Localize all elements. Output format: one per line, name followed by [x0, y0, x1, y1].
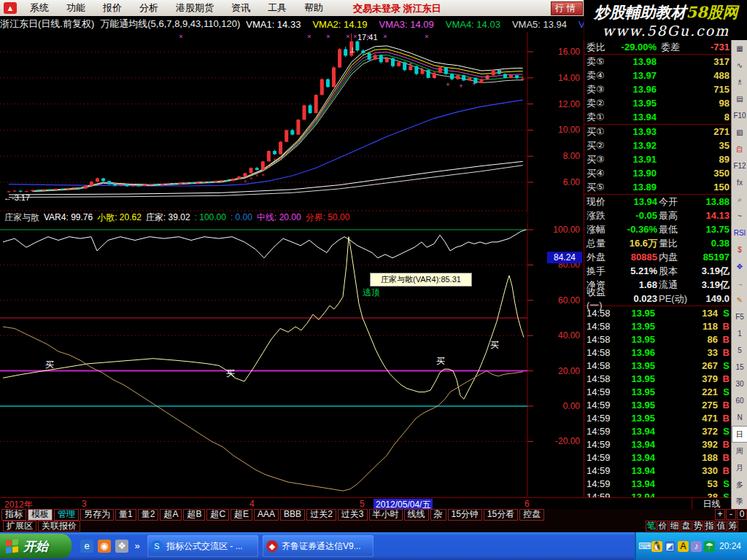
- tick-volume: 330: [655, 465, 718, 476]
- tab-超C[interactable]: 超C: [206, 509, 229, 521]
- toolbar-item-⌕[interactable]: ⌕: [732, 191, 747, 208]
- menu-item-分析[interactable]: 分析: [131, 1, 167, 15]
- tick-price: 13.95: [617, 400, 655, 411]
- toolbar-item-✎[interactable]: ✎: [732, 292, 747, 308]
- signal-label-买: 买: [436, 356, 445, 366]
- toolbar-item-♗[interactable]: ♗: [732, 74, 747, 90]
- toolbar-item-月[interactable]: 月: [732, 459, 747, 476]
- toolbar-item-▦[interactable]: ▦: [732, 40, 747, 57]
- menu-item-系统[interactable]: 系统: [21, 1, 58, 15]
- toolbar-item-30[interactable]: 30: [732, 376, 747, 392]
- tick-row: 14:5813.95118B: [584, 319, 732, 332]
- toolbar-item-RSI[interactable]: RSI: [732, 225, 747, 241]
- toolbar-item-✥[interactable]: ✥: [732, 258, 747, 275]
- tab-控盘[interactable]: 控盘: [519, 509, 544, 521]
- tab-过关2[interactable]: 过关2: [306, 509, 336, 521]
- tab-线线[interactable]: 线线: [404, 509, 429, 521]
- tick-time: 14:58: [587, 347, 617, 358]
- tab-超B[interactable]: 超B: [183, 509, 205, 521]
- toolbar-item-多[interactable]: 多: [732, 476, 747, 493]
- toolbar-item-日[interactable]: 日: [732, 426, 747, 443]
- menu-item-工具[interactable]: 工具: [259, 1, 295, 15]
- minitab-价[interactable]: 价: [657, 521, 668, 532]
- toolbar-item-∿[interactable]: ∿: [732, 57, 747, 74]
- tray-icon-4[interactable]: ♪: [691, 541, 702, 552]
- indicator-tab-row: 指标模板管理另存为量1量2超A超B超C超EAAABBB过关2过关3半小时线线杂1…: [0, 509, 747, 521]
- toolbar-item-季[interactable]: 季: [732, 493, 747, 510]
- tab-过关3[interactable]: 过关3: [338, 509, 368, 521]
- zoom-button--[interactable]: -: [726, 509, 736, 520]
- quicklaunch-icon-0[interactable]: e: [80, 540, 93, 553]
- toolbar-item-F10[interactable]: F10: [732, 107, 747, 124]
- tray-icon-0[interactable]: ⌨: [638, 541, 649, 552]
- toolbar-item-→[interactable]: →: [732, 275, 747, 292]
- task-window-1[interactable]: ◆齐鲁证券通达信V9...: [263, 535, 374, 557]
- price-tick-label: 16.00: [558, 47, 580, 57]
- menu-item-报价[interactable]: 报价: [94, 1, 131, 15]
- minitab-指[interactable]: 指: [704, 521, 715, 532]
- x-mark-icon: ×: [255, 172, 259, 179]
- tab-量1[interactable]: 量1: [115, 509, 136, 521]
- period-label[interactable]: 日线: [692, 498, 731, 509]
- tab-模板[interactable]: 模板: [28, 509, 53, 521]
- task-window-0[interactable]: S指标公式交流区 - ...: [147, 535, 258, 557]
- toolbar-item-1[interactable]: 1: [732, 325, 747, 342]
- tab-15分钟[interactable]: 15分钟: [448, 509, 482, 521]
- minitab-细[interactable]: 细: [669, 521, 680, 532]
- minitab-筹[interactable]: 筹: [727, 521, 738, 532]
- tab-另存为[interactable]: 另存为: [80, 509, 114, 521]
- minitab-势[interactable]: 势: [692, 521, 703, 532]
- minitab-值[interactable]: 值: [716, 521, 727, 532]
- minitab-盘[interactable]: 盘: [681, 521, 692, 532]
- quicklaunch-icon-3[interactable]: »: [133, 540, 142, 553]
- tray-icon-1[interactable]: 🐧: [651, 541, 662, 552]
- toolbar-item-15[interactable]: 15: [732, 359, 747, 376]
- tray-icon-3[interactable]: A: [678, 541, 689, 552]
- toolbar-item-N[interactable]: N: [732, 409, 747, 426]
- start-button[interactable]: 开始: [0, 534, 71, 559]
- indicator-tick-label: 100.00: [553, 225, 580, 235]
- tab-管理[interactable]: 管理: [54, 509, 79, 521]
- zoom-button-+[interactable]: +: [715, 509, 725, 520]
- toolbar-item-▤[interactable]: ▤: [732, 90, 747, 107]
- bid-label: 买④: [587, 167, 616, 180]
- tab-AAA[interactable]: AAA: [254, 509, 279, 521]
- subtab-扩展区[interactable]: 扩展区: [3, 521, 36, 532]
- subtab-关联报价[interactable]: 关联报价: [38, 521, 80, 532]
- toolbar-item-自[interactable]: 自: [732, 141, 747, 158]
- tab-BBB[interactable]: BBB: [280, 509, 305, 521]
- menu-item-资讯[interactable]: 资讯: [222, 1, 259, 15]
- chart-area[interactable]: 16.0014.0012.0010.008.006.00××××××××××××…: [0, 32, 584, 497]
- toolbar-item-60[interactable]: 60: [732, 392, 747, 409]
- indicator-param-3: 庄家: 39.02: [146, 211, 190, 224]
- tick-volume: 53: [655, 478, 718, 489]
- quicklaunch-icon-1[interactable]: ◉: [98, 540, 111, 553]
- minitab-笔[interactable]: 笔: [646, 521, 657, 532]
- toolbar-item-fx[interactable]: fx: [732, 174, 747, 191]
- tray-icon-2[interactable]: ◩: [665, 541, 676, 552]
- menu-item-港股期货[interactable]: 港股期货: [167, 1, 222, 15]
- tab-半小时[interactable]: 半小时: [369, 509, 403, 521]
- signal-label-买: 买: [490, 340, 499, 350]
- tab-15分看[interactable]: 15分看: [484, 509, 518, 521]
- toolbar-item-~[interactable]: ~: [732, 208, 747, 225]
- toolbar-item-5[interactable]: 5: [732, 342, 747, 359]
- menu-item-帮助[interactable]: 帮助: [295, 1, 332, 15]
- menu-item-功能[interactable]: 功能: [58, 1, 94, 15]
- toolbar-item-F5[interactable]: F5: [732, 308, 747, 325]
- toolbar-item-$[interactable]: $: [732, 241, 747, 258]
- toolbar-item-▧[interactable]: ▧: [732, 124, 747, 141]
- tick-list[interactable]: 14:5813.95134S14:5813.95118B14:5813.9586…: [584, 306, 732, 516]
- quicklaunch-icon-2[interactable]: ❖: [115, 540, 128, 553]
- toolbar-item-F12[interactable]: F12: [732, 158, 747, 174]
- quote-button[interactable]: 行情: [551, 1, 583, 15]
- tab-量2[interactable]: 量2: [138, 509, 159, 521]
- tray-icon-5[interactable]: ☂: [704, 541, 715, 552]
- tab-杂[interactable]: 杂: [430, 509, 446, 521]
- toolbar-item-周[interactable]: 周: [732, 443, 747, 459]
- tab-指标[interactable]: 指标: [1, 509, 26, 521]
- tab-超A[interactable]: 超A: [160, 509, 182, 521]
- ma-line: [9, 161, 523, 195]
- zoom-button-0[interactable]: 0: [737, 509, 747, 520]
- tab-超E[interactable]: 超E: [231, 509, 252, 521]
